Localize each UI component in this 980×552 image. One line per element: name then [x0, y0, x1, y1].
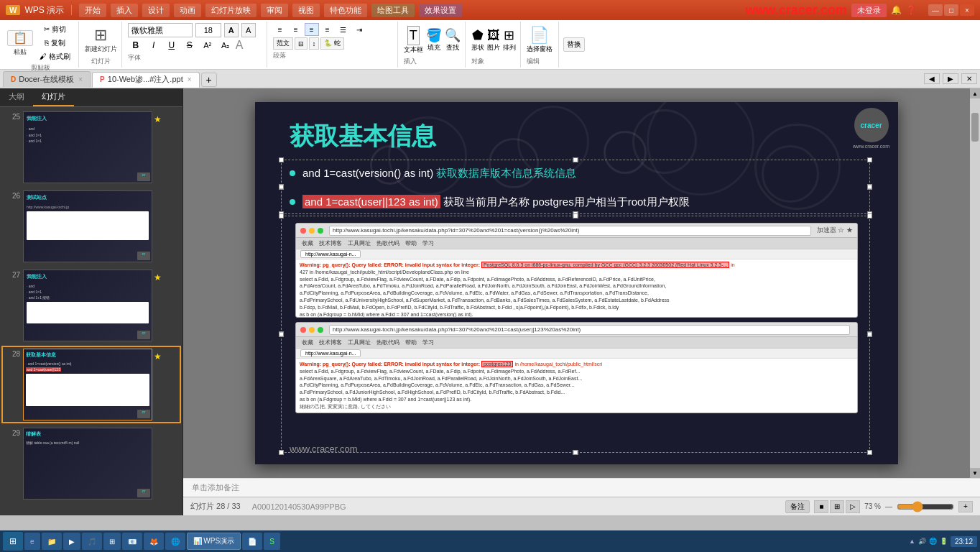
- format-paint-button[interactable]: 🖌 格式刷: [36, 50, 74, 63]
- fill-button[interactable]: 🪣 填充: [426, 27, 442, 52]
- copy-button[interactable]: ⎘ 复制: [36, 37, 74, 50]
- taskbar-app-6[interactable]: 🌐: [165, 533, 185, 550]
- list-button[interactable]: ☰: [336, 23, 351, 36]
- font-color-btn[interactable]: A: [236, 39, 244, 52]
- zoom-slider[interactable]: [897, 501, 954, 512]
- paste-button[interactable]: 📋: [7, 30, 33, 46]
- menu-charu[interactable]: 插入: [111, 4, 138, 17]
- indent-button[interactable]: ⇥: [352, 23, 366, 36]
- slide-item-28[interactable]: 28 获取基本信息 · and 1=cast(version() as int)…: [3, 347, 180, 422]
- select-pane-button[interactable]: 📄 选择窗格: [527, 26, 553, 54]
- minimize-button[interactable]: —: [928, 4, 943, 16]
- font-size-input[interactable]: [195, 23, 221, 37]
- tab-outline[interactable]: 大纲: [0, 88, 33, 106]
- picture-button[interactable]: 🖼 图片: [487, 28, 500, 52]
- menu-effect[interactable]: 效果设置: [419, 4, 462, 17]
- font-increase-button[interactable]: A: [224, 23, 239, 37]
- slide-item-25[interactable]: 25 我能注入 · and · and 1=1 · and 1=1 cr ★: [3, 110, 180, 185]
- tab-slides[interactable]: 幻灯片: [33, 88, 74, 106]
- scrollbar-thumb[interactable]: [971, 113, 979, 142]
- tab-right-button[interactable]: ▶: [943, 73, 958, 84]
- browser-1-nav-item-3[interactable]: 热歌代码: [376, 239, 399, 247]
- shape-button[interactable]: ⬟ 形状: [471, 27, 484, 52]
- browser-1-nav-item-1[interactable]: 技术博客: [319, 239, 342, 247]
- file-tab-0[interactable]: D Docer-在线模板 ×: [3, 71, 91, 87]
- view-normal-button[interactable]: ■: [814, 500, 828, 513]
- browser-2-tab[interactable]: http://www.kasugai-n...: [300, 349, 361, 357]
- taskbar-app-5[interactable]: 🦊: [144, 533, 164, 550]
- find-button[interactable]: 🔍 查找: [445, 27, 461, 52]
- menu-shitu[interactable]: 视图: [292, 4, 320, 17]
- superscript-button[interactable]: A²: [200, 39, 216, 52]
- slide-item-29[interactable]: 29 猜解表 猜解 table caa (a text,md5 m) null …: [3, 426, 180, 501]
- new-slide-button[interactable]: ⊞ 新建幻灯片: [85, 26, 117, 54]
- tab-left-button[interactable]: ◀: [924, 73, 940, 84]
- browser-2-nav-item-5[interactable]: 学习: [422, 339, 434, 346]
- replace-button[interactable]: 替换: [563, 37, 585, 52]
- new-tab-button[interactable]: +: [201, 73, 217, 87]
- align-justify-button[interactable]: ≡: [305, 23, 319, 36]
- align-center-button[interactable]: ≡: [289, 23, 303, 36]
- align-left-button[interactable]: ≡: [273, 23, 287, 36]
- font-decrease-button[interactable]: A: [241, 23, 256, 37]
- font-name-input[interactable]: [128, 23, 193, 37]
- note-area[interactable]: 单击添加备注: [183, 478, 980, 497]
- underline-button[interactable]: U: [164, 39, 180, 52]
- maximize-button[interactable]: □: [944, 4, 958, 16]
- view-sorter-button[interactable]: ⊞: [830, 500, 844, 513]
- taskbar-app-7[interactable]: 📄: [242, 533, 262, 550]
- browser-2-nav-item-3[interactable]: 热歌代码: [376, 339, 399, 346]
- cut-button[interactable]: ✂ 剪切: [36, 23, 74, 36]
- taskbar-app-explorer[interactable]: 📁: [42, 533, 62, 550]
- menu-kaishi[interactable]: 开始: [79, 4, 106, 17]
- browser-2-nav-item-2[interactable]: 工具网址: [348, 339, 371, 346]
- taskbar-app-8[interactable]: S: [264, 533, 280, 550]
- start-button[interactable]: ⊞: [3, 532, 23, 551]
- taskbar-wps-active[interactable]: 📊 WPS演示: [187, 533, 241, 550]
- italic-button[interactable]: I: [146, 39, 162, 52]
- taskbar-app-3[interactable]: ⊞: [103, 533, 121, 550]
- menu-sheji[interactable]: 设计: [142, 4, 170, 17]
- browser-1-url[interactable]: http://www.kasugai-tochi.jp/kensaku/data…: [329, 226, 811, 236]
- border-button[interactable]: ⊟: [295, 37, 308, 50]
- close-tab-1-icon[interactable]: ×: [188, 75, 192, 83]
- browser-2-url[interactable]: http://www.kasugai-tochi.jp/kensaku/data…: [329, 325, 850, 335]
- menu-drawing[interactable]: 绘图工具: [371, 4, 415, 17]
- strikethrough-button[interactable]: S: [182, 39, 198, 52]
- taskbar-app-1[interactable]: ▶: [63, 533, 80, 550]
- snake-button[interactable]: 🐍 蛇: [320, 37, 344, 50]
- tab-close-all-button[interactable]: ✕: [961, 73, 977, 84]
- taskbar-app-2[interactable]: 🎵: [82, 533, 102, 550]
- zoom-in-button[interactable]: +: [958, 501, 973, 512]
- textbox-button[interactable]: T 文本框: [404, 26, 423, 55]
- browser-1-nav-item-0[interactable]: 收藏: [302, 239, 313, 247]
- browser-1-tab[interactable]: http://www.kasugai-n...: [300, 250, 361, 258]
- align-right-button[interactable]: ≡: [320, 23, 335, 36]
- slide-item-26[interactable]: 26 测试站点 http://www.kasugai-tochi.jp cr: [3, 189, 180, 264]
- menu-slideshow[interactable]: 幻灯片放映: [205, 4, 256, 17]
- slide-canvas[interactable]: cracer www.cracer.com 获取基本信息 and 1=cast(…: [255, 102, 898, 464]
- taskbar-app-4[interactable]: 📧: [122, 533, 142, 550]
- bold-button[interactable]: B: [128, 39, 144, 52]
- notes-view-button[interactable]: 备注: [785, 500, 810, 513]
- browser-1-nav-item-4[interactable]: 帮助: [405, 239, 417, 247]
- close-button[interactable]: ×: [960, 4, 974, 16]
- browser-2-nav-item-0[interactable]: 收藏: [302, 339, 313, 346]
- close-tab-0-icon[interactable]: ×: [78, 75, 83, 83]
- browser-2-nav-item-4[interactable]: 帮助: [405, 339, 417, 346]
- menu-donghua[interactable]: 动画: [174, 4, 201, 17]
- file-tab-1[interactable]: P 10-Web渗...#注入.ppt ×: [92, 72, 199, 88]
- view-reading-button[interactable]: ▷: [846, 500, 860, 513]
- menu-tesegongneng[interactable]: 特色功能: [324, 4, 367, 17]
- browser-1-nav-item-2[interactable]: 工具网址: [348, 239, 371, 247]
- subscript-button[interactable]: A₂: [218, 39, 234, 52]
- login-button[interactable]: 未登录: [851, 4, 887, 17]
- slide-item-27[interactable]: 27 我能注入 · and · and 1=1 · and 1+1 报错 cr …: [3, 268, 180, 343]
- line-spacing-button[interactable]: ↕: [309, 37, 320, 50]
- browser-1-nav-item-5[interactable]: 学习: [422, 239, 434, 247]
- arrange-button[interactable]: ⊞ 排列: [503, 27, 516, 52]
- column-button[interactable]: 范文: [273, 37, 293, 50]
- browser-2-nav-item-1[interactable]: 技术博客: [319, 339, 342, 346]
- scroll-down-button[interactable]: ▼: [970, 468, 980, 478]
- menu-shenyue[interactable]: 审阅: [261, 4, 288, 17]
